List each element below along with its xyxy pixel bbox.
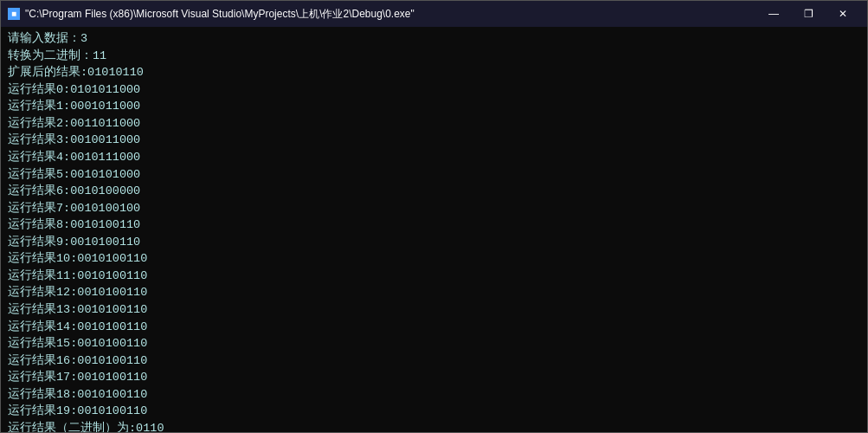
console-line: 运行结果2:0011011000 [8,115,860,132]
console-line: 运行结果10:0010100110 [8,250,860,268]
console-line: 运行结果（二进制）为:0110 [8,420,860,432]
restore-button[interactable]: ❐ [791,1,826,27]
title-bar-text: ■ "C:\Program Files (x86)\Microsoft Visu… [8,7,415,22]
console-line: 运行结果4:0010111000 [8,149,860,166]
console-line: 运行结果1:0001011000 [8,98,860,115]
console-line: 运行结果5:0010101000 [8,166,860,184]
console-line: 运行结果13:0010100110 [8,301,860,319]
console-line: 运行结果0:0101011000 [8,81,860,99]
minimize-button[interactable]: — [756,1,791,27]
console-line: 运行结果19:0010100110 [8,403,860,420]
console-line: 运行结果17:0010100110 [8,369,860,386]
console-line: 运行结果18:0010100110 [8,386,860,404]
console-line: 运行结果14:0010100110 [8,319,860,336]
console-line: 运行结果11:0010100110 [8,268,860,285]
console-line: 运行结果8:0010100110 [8,216,860,234]
console-line: 运行结果16:0010100110 [8,352,860,370]
console-line: 运行结果6:0010100000 [8,183,860,200]
title-controls: — ❐ ✕ [756,1,860,27]
close-button[interactable]: ✕ [826,1,860,27]
window-title: "C:\Program Files (x86)\Microsoft Visual… [25,7,415,22]
console-output: 请输入数据：3 转换为二进制：11 扩展后的结果:01010110 运行结果0:… [1,27,867,432]
console-line: 运行结果9:0010100110 [8,234,860,251]
console-line: 转换为二进制：11 [8,48,860,65]
window: ■ "C:\Program Files (x86)\Microsoft Visu… [0,0,868,433]
console-line: 扩展后的结果:01010110 [8,64,860,81]
console-line: 请输入数据：3 [8,30,860,48]
console-line: 运行结果12:0010100110 [8,284,860,301]
console-line: 运行结果3:0010011000 [8,132,860,149]
console-line: 运行结果7:0010100100 [8,200,860,217]
app-icon: ■ [8,8,20,20]
console-line: 运行结果15:0010100110 [8,335,860,352]
title-bar: ■ "C:\Program Files (x86)\Microsoft Visu… [1,1,867,27]
